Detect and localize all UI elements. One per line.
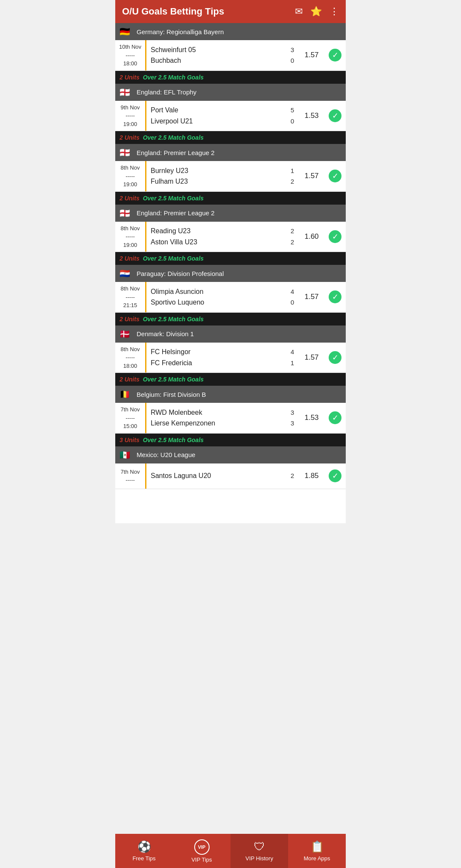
- match-row[interactable]: 7th Nov-----15:00 RWD MolenbeekLierse Ke…: [115, 403, 346, 434]
- match-row[interactable]: 10th Nov-----18:00 Schweinfurt 05Buchbac…: [115, 40, 346, 71]
- match-odds: 1.57: [299, 172, 324, 180]
- tip-row: 2 Units Over 2.5 Match Goals: [115, 71, 346, 84]
- match-time: 8th Nov-----19:00: [115, 222, 145, 252]
- match-time: 9th Nov-----19:00: [115, 101, 145, 131]
- league-name: England: Premier League 2: [137, 149, 215, 156]
- match-scores: 30: [286, 42, 299, 69]
- match-time: 8th Nov-----18:00: [115, 343, 145, 373]
- tip-text: Over 2.5 Match Goals: [143, 74, 204, 81]
- match-row[interactable]: 7th Nov----- Santos Laguna U20 2 1.85 ✓: [115, 463, 346, 489]
- match-teams: Port ValeLiverpool U21: [146, 102, 286, 129]
- tip-units: 2 Units: [120, 316, 140, 323]
- match-row[interactable]: 8th Nov-----19:00 Burnley U23Fulham U23 …: [115, 161, 346, 192]
- league-flag: 🇵🇾: [120, 268, 132, 279]
- tip-row: 2 Units Over 2.5 Match Goals: [115, 313, 346, 326]
- tip-units: 2 Units: [120, 255, 140, 262]
- match-time: 8th Nov-----21:15: [115, 282, 145, 312]
- league-name: Belgium: First Division B: [137, 391, 206, 398]
- tip-text: Over 2.5 Match Goals: [143, 134, 204, 141]
- league-flag: 🇩🇰: [120, 329, 132, 339]
- app-header: O/U Goals Betting Tips ✉ ⭐ ⋮: [115, 0, 346, 23]
- tip-row: 2 Units Over 2.5 Match Goals: [115, 131, 346, 144]
- league-header: 🇧🇪 Belgium: First Division B: [115, 386, 346, 403]
- league-flag: 🏴󠁧󠁢󠁥󠁮󠁧󠁿: [120, 208, 132, 218]
- match-row[interactable]: 8th Nov-----18:00 FC HelsingorFC Frederi…: [115, 343, 346, 373]
- league-header: 🏴󠁧󠁢󠁥󠁮󠁧󠁿 England: Premier League 2: [115, 205, 346, 222]
- mail-icon[interactable]: ✉: [295, 6, 303, 17]
- result-check: ✓: [329, 351, 341, 364]
- league-name: England: Premier League 2: [137, 209, 215, 217]
- match-time: 8th Nov-----19:00: [115, 161, 145, 191]
- league-name: Paraguay: Division Profesional: [137, 270, 224, 277]
- tip-text: Over 2.5 Match Goals: [143, 376, 204, 383]
- result-check: ✓: [329, 290, 341, 303]
- result-check: ✓: [329, 230, 341, 243]
- match-teams: Schweinfurt 05Buchbach: [146, 42, 286, 69]
- league-name: Denmark: Division 1: [137, 330, 194, 337]
- league-header: 🏴󠁧󠁢󠁥󠁮󠁧󠁿 England: Premier League 2: [115, 144, 346, 161]
- header-actions: ✉ ⭐ ⋮: [295, 6, 339, 17]
- tip-units: 2 Units: [120, 134, 140, 141]
- league-header: 🇵🇾 Paraguay: Division Profesional: [115, 265, 346, 282]
- match-row[interactable]: 8th Nov-----19:00 Reading U23Aston Villa…: [115, 222, 346, 252]
- match-time: 10th Nov-----18:00: [115, 40, 145, 70]
- tip-row: 2 Units Over 2.5 Match Goals: [115, 252, 346, 265]
- match-time: 7th Nov-----: [115, 465, 145, 487]
- league-flag: 🇩🇪: [120, 26, 132, 37]
- league-flag: 🇧🇪: [120, 389, 132, 399]
- result-check: ✓: [329, 109, 341, 122]
- match-scores: 41: [286, 344, 299, 371]
- league-flag: 🇲🇽: [120, 450, 132, 460]
- match-result: ✓: [324, 290, 346, 303]
- more-icon[interactable]: ⋮: [330, 6, 339, 17]
- match-scores: 33: [286, 405, 299, 431]
- league-flag: 🏴󠁧󠁢󠁥󠁮󠁧󠁿: [120, 87, 132, 97]
- tip-row: 2 Units Over 2.5 Match Goals: [115, 192, 346, 205]
- tip-units: 2 Units: [120, 74, 140, 81]
- league-name: Mexico: U20 League: [137, 451, 195, 458]
- match-scores: 22: [286, 223, 299, 250]
- league-header: 🏴󠁧󠁢󠁥󠁮󠁧󠁿 England: EFL Trophy: [115, 84, 346, 101]
- tip-text: Over 2.5 Match Goals: [143, 316, 204, 323]
- league-flag: 🏴󠁧󠁢󠁥󠁮󠁧󠁿: [120, 147, 132, 158]
- match-teams: Burnley U23Fulham U23: [146, 163, 286, 190]
- tip-row: 3 Units Over 2.5 Match Goals: [115, 434, 346, 446]
- app-title: O/U Goals Betting Tips: [122, 6, 224, 17]
- tip-row: 2 Units Over 2.5 Match Goals: [115, 373, 346, 386]
- match-scores: 50: [286, 102, 299, 129]
- main-content: 🇩🇪 Germany: Regionalliga Bayern 10th Nov…: [115, 23, 346, 523]
- tip-text: Over 2.5 Match Goals: [143, 255, 204, 262]
- match-odds: 1.57: [299, 51, 324, 59]
- result-check: ✓: [329, 411, 341, 424]
- league-header: 🇩🇪 Germany: Regionalliga Bayern: [115, 23, 346, 40]
- match-result: ✓: [324, 411, 346, 424]
- star-icon[interactable]: ⭐: [310, 6, 322, 17]
- league-name: Germany: Regionalliga Bayern: [137, 28, 224, 35]
- tip-units: 2 Units: [120, 195, 140, 202]
- match-odds: 1.60: [299, 232, 324, 241]
- league-name: England: EFL Trophy: [137, 88, 196, 96]
- result-check: ✓: [329, 49, 341, 62]
- match-scores: 2: [286, 468, 299, 484]
- match-time: 7th Nov-----15:00: [115, 403, 145, 433]
- match-row[interactable]: 9th Nov-----19:00 Port ValeLiverpool U21…: [115, 101, 346, 132]
- tip-text: Over 2.5 Match Goals: [143, 195, 204, 202]
- match-teams: Reading U23Aston Villa U23: [146, 223, 286, 250]
- tip-units: 2 Units: [120, 376, 140, 383]
- result-check: ✓: [329, 469, 341, 482]
- match-result: ✓: [324, 49, 346, 62]
- match-result: ✓: [324, 170, 346, 182]
- match-teams: Santos Laguna U20: [146, 468, 286, 484]
- match-result: ✓: [324, 230, 346, 243]
- league-header: 🇲🇽 Mexico: U20 League: [115, 446, 346, 463]
- match-row[interactable]: 8th Nov-----21:15 Olimpia AsuncionSporti…: [115, 282, 346, 313]
- result-check: ✓: [329, 170, 341, 182]
- match-odds: 1.57: [299, 353, 324, 362]
- league-header: 🇩🇰 Denmark: Division 1: [115, 326, 346, 343]
- tip-text: Over 2.5 Match Goals: [143, 437, 204, 443]
- match-result: ✓: [324, 109, 346, 122]
- match-scores: 12: [286, 163, 299, 190]
- match-teams: FC HelsingorFC Fredericia: [146, 344, 286, 371]
- match-odds: 1.57: [299, 293, 324, 301]
- match-odds: 1.85: [299, 472, 324, 480]
